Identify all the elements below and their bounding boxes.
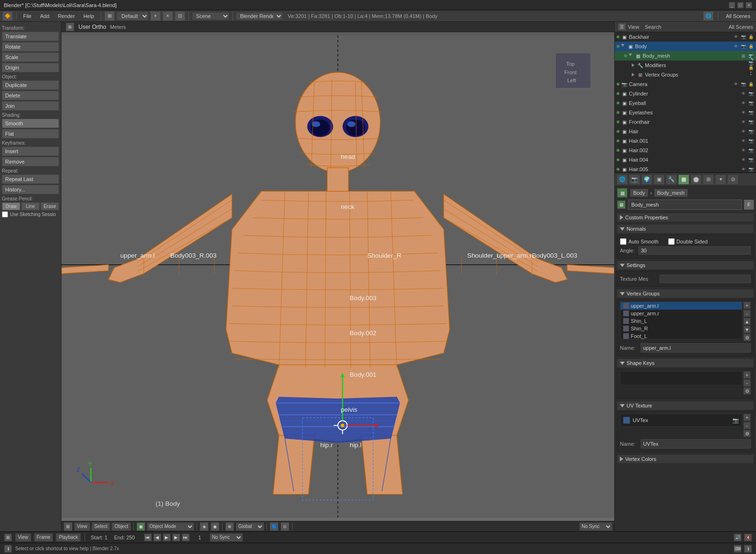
normals-header[interactable]: Normals [617,224,754,234]
cam-icon[interactable]: 📷 [747,110,754,115]
world-props-tab[interactable]: 🌍 [641,174,653,185]
scene-select[interactable]: Scene [192,12,230,20]
cam-icon[interactable]: 📷 [740,82,747,87]
outliner-item-eyelashes[interactable]: ▣ Eyelashes 👁 📷 [615,108,756,117]
origin-button[interactable]: Origin [2,63,59,72]
select-menu-button[interactable]: Select [92,522,111,531]
use-sketching-checkbox[interactable] [2,211,8,217]
eye-icon[interactable]: 👁 [740,110,747,115]
play-back-button[interactable]: ◀ [154,534,161,541]
physics-props-tab[interactable]: ⊘ [727,174,739,185]
outliner-item-cylinder[interactable]: ▣ Cylinder 👁 📷 [615,89,756,98]
vg-item-shin-r[interactable]: Shin_R [620,325,742,332]
rotate-button[interactable]: Rotate [2,42,59,52]
vertex-colors-header[interactable]: Vertex Colors [617,454,754,464]
vg-up-button[interactable]: ▲ [743,318,751,325]
smooth-button[interactable]: Smooth [2,119,59,128]
flat-button[interactable]: Flat [2,129,59,138]
eye-icon[interactable]: 👁 [740,138,747,143]
breadcrumb-body[interactable]: Body [630,189,648,197]
render-preview-icon[interactable]: ◉ [211,522,219,531]
shape-keys-header[interactable]: Shape Keys [617,358,754,368]
add-screen-icon[interactable]: + [150,11,161,21]
sk-remove-button[interactable]: - [743,379,751,387]
scene-props-tab[interactable]: 🌐 [617,174,628,185]
cam-icon[interactable]: 📷 [747,91,754,96]
eye-icon[interactable]: 👁 [740,120,747,124]
outliner-item-hair[interactable]: ▣ Hair 👁 📷 [615,127,756,136]
delete-button[interactable]: Delete [2,91,59,100]
vg-settings-button[interactable]: ⚙ [743,334,751,341]
pivot-icon[interactable]: ⊕ [225,522,234,531]
object-props-tab[interactable]: ▣ [653,174,665,185]
uv-texture-header[interactable]: UV Texture [617,401,754,410]
outliner-type-icon[interactable]: ☰ [618,23,626,31]
sync-mode-select[interactable]: No Sync [210,533,243,542]
mesh-type-icon[interactable]: ▦ [617,188,627,198]
maximize-button[interactable]: □ [737,2,744,9]
outliner-item-backhair[interactable]: ▣ Backhair 👁 📷 🔒 [615,32,756,42]
vg-icons[interactable]: • [747,72,754,77]
timeline-type-icon[interactable]: ⊞ [4,534,12,541]
breadcrumb-body-mesh[interactable]: Body_mesh [654,189,688,197]
mesh-name-input[interactable] [628,199,742,210]
erase-button[interactable]: Erase [41,202,59,210]
remove-button[interactable]: Remove [2,157,59,166]
cam-icon[interactable]: 📷 [747,138,754,143]
vertex-groups-header[interactable]: Vertex Groups [617,289,754,298]
scene-icon[interactable]: 🌐 [703,11,713,21]
play-forward-button[interactable]: ▶ [172,534,180,541]
transform-orientation-select[interactable]: Global Local [236,522,264,531]
menu-help[interactable]: Help [79,12,98,20]
double-sided-checkbox[interactable] [668,238,675,245]
outliner-item-hair005[interactable]: ▣ Hair.005 👁 📷 [615,164,756,173]
cam-icon[interactable]: 📷 [747,167,754,172]
outliner-item-eyeball[interactable]: ▣ Eyeball 👁 📷 [615,98,756,108]
frame-menu-btn[interactable]: Frame [34,533,53,542]
custom-properties-header[interactable]: Custom Properties [617,213,754,222]
cam-icon[interactable]: 📷 [747,157,754,162]
menu-file[interactable]: File [19,12,35,20]
sk-settings-button[interactable]: ⚙ [743,387,751,395]
vg-item-shin-l[interactable]: Shin_L [620,317,742,325]
viewport-shading-icon[interactable]: ◈ [200,522,208,531]
remove-screen-icon[interactable]: × [163,11,173,21]
info-type-icon[interactable]: ℹ [4,545,12,553]
duplicate-button[interactable]: Duplicate [2,80,59,90]
blender-logo-button[interactable]: 🔶 [2,11,13,21]
cam-icon[interactable]: 📷 [747,120,754,124]
settings-header[interactable]: Settings [617,260,754,270]
outliner-item-hair001[interactable]: ▣ Hair.001 👁 📷 [615,136,756,146]
uv-cam-icon[interactable]: 📷 [732,417,739,424]
particles-props-tab[interactable]: ✦ [715,174,726,185]
expand-icon[interactable] [621,44,625,49]
keymap-icon[interactable]: ⌨ [734,545,741,553]
proportional-edit-icon[interactable]: ⊙ [281,522,289,531]
eye-icon[interactable]: 👁 [740,167,747,172]
minimize-button[interactable]: _ [729,2,735,9]
viewport[interactable]: ⊞ User Ortho Meters [61,22,614,531]
expand-icon[interactable] [632,63,635,67]
engine-select[interactable]: Blender Render Cycles Render [236,12,283,20]
cam-icon[interactable]: 📷 [747,148,754,153]
outliner-item-vertex-groups[interactable]: ⊞ Vertex Groups • [615,70,756,79]
jump-end-button[interactable]: ⏭ [182,534,189,541]
vg-remove-button[interactable]: - [743,310,751,317]
angle-input[interactable] [638,246,751,255]
scale-button[interactable]: Scale [2,52,59,62]
vg-name-input[interactable] [641,343,751,353]
info-icon[interactable]: ℹ [744,545,752,553]
mesh-icon[interactable]: ▦ [740,53,747,58]
auto-smooth-checkbox[interactable] [620,238,627,245]
vg-down-button[interactable]: ▼ [743,326,751,333]
viewport-type-icon[interactable]: ⊞ [66,23,74,31]
object-type-icon[interactable]: ▣ [137,522,145,531]
line-button[interactable]: Line [21,202,40,210]
translate-button[interactable]: Translate [2,32,59,41]
insert-button[interactable]: Insert [2,147,59,156]
menu-add[interactable]: Add [36,12,53,20]
cam-icon[interactable]: 📷 [740,44,747,49]
eye-icon[interactable]: 👁 [740,129,747,134]
eye-icon[interactable]: 👁 [732,44,739,49]
cam-icon[interactable]: 📷 [747,101,754,105]
